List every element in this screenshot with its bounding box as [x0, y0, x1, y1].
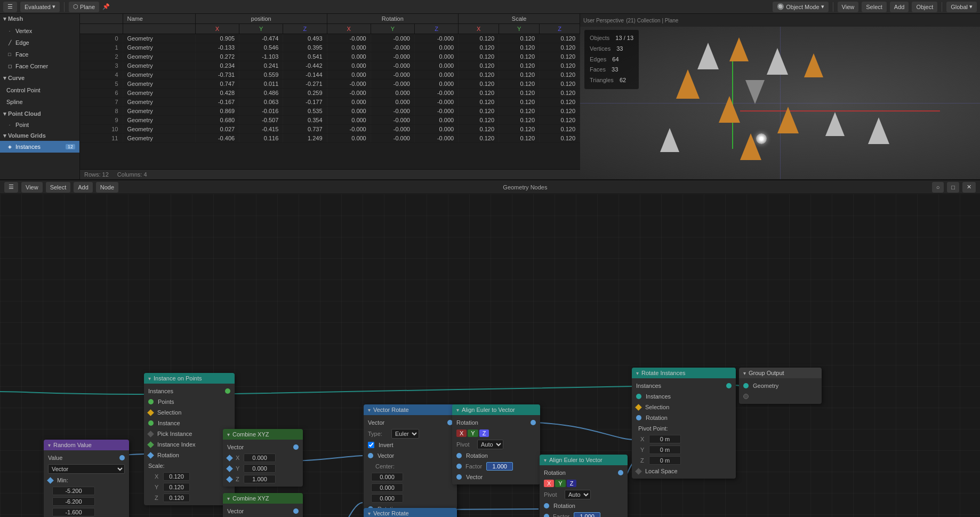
node-instance-on-points-header[interactable]: ▾ Instance on Points — [144, 373, 235, 384]
node-view-btn[interactable]: View — [21, 182, 43, 193]
z-btn-a2[interactable]: Z — [567, 480, 577, 487]
node-vector-rotate-2[interactable]: ▾ Vector Rotate Vector Type: Euler — [364, 508, 457, 517]
node-row-xyz-a2: X Y Z — [540, 478, 628, 489]
mesh-section[interactable]: ▾ Mesh — [0, 14, 79, 24]
cell-sz: 0.120 — [540, 70, 580, 79]
node-align-euler-1-header[interactable]: ▾ Align Euler to Vector — [452, 404, 540, 415]
spreadsheet-scroll[interactable]: Name position Rotation Scale X Y Z X — [80, 14, 580, 169]
cell-name: Geometry — [123, 43, 195, 52]
separator — [64, 2, 65, 12]
node-node-btn[interactable]: Node — [96, 182, 118, 193]
node-add-btn[interactable]: Add — [74, 182, 93, 193]
center-y-r1[interactable]: 0.000 — [371, 483, 403, 492]
node-title: Group Output — [749, 370, 784, 376]
toolbar-menu-btn[interactable]: ☰ — [3, 2, 17, 12]
sidebar-item-spline[interactable]: Spline — [0, 96, 79, 108]
select-menu[interactable]: Select — [862, 2, 887, 12]
factor-val-a2[interactable]: 1.000 — [574, 512, 600, 517]
sidebar-item-face[interactable]: □ Face — [0, 49, 79, 60]
node-rotate-instances-header[interactable]: ▾ Rotate Instances — [632, 368, 736, 378]
view-menu[interactable]: View — [838, 2, 859, 12]
node-random-value[interactable]: ▾ Random Value Value Vector — [44, 440, 129, 517]
socket-x — [226, 455, 233, 462]
scale-z[interactable]: 0.120 — [163, 494, 190, 502]
min-y[interactable]: -6.200 — [52, 497, 95, 506]
node-combine-xyz-2[interactable]: ▾ Combine XYZ Vector X 1.000 Y — [223, 493, 303, 517]
pivot-x[interactable]: 0 m — [649, 435, 681, 443]
min-x[interactable]: -5.200 — [52, 487, 95, 495]
node-group-output[interactable]: ▾ Group Output Geometry — [739, 368, 822, 404]
node-overlay-btn[interactable]: □ — [947, 182, 959, 193]
x-btn-a1[interactable]: X — [456, 429, 467, 437]
node-rotate-instances[interactable]: ▾ Rotate Instances Instances Instances S… — [632, 368, 736, 479]
x-btn-a2[interactable]: X — [544, 480, 554, 487]
pivot-z[interactable]: 0 m — [649, 456, 681, 465]
sidebar-item-control-point[interactable]: Control Point — [0, 84, 79, 96]
cell-sy: 0.120 — [499, 70, 540, 79]
scale-y[interactable]: 0.120 — [163, 483, 190, 491]
sidebar-item-face-corner[interactable]: ◻ Face Corner — [0, 60, 79, 72]
center-x-r1[interactable]: 0.000 — [371, 473, 403, 481]
node-align-euler-2-header[interactable]: ▾ Align Euler to Vector — [540, 455, 628, 465]
node-combine-xyz-1-header[interactable]: ▾ Combine XYZ — [223, 429, 303, 440]
z-val[interactable]: 1.000 — [244, 475, 276, 483]
curve-items: Control Point Spline — [0, 83, 79, 109]
node-row-pick-instance: Pick Instance — [144, 428, 235, 439]
node-vector-rotate-1[interactable]: ▾ Vector Rotate Vector Type: Euler — [364, 404, 457, 516]
node-editor-menu[interactable]: ☰ — [4, 182, 18, 193]
global-btn[interactable]: Global ▾ — [946, 2, 977, 12]
node-align-euler-1[interactable]: ▾ Align Euler to Vector Rotation X Y Z — [452, 404, 540, 484]
center-z-r1[interactable]: 0.000 — [371, 494, 403, 503]
scale-x[interactable]: 0.120 — [163, 472, 190, 481]
node-align-euler-2[interactable]: ▾ Align Euler to Vector Rotation X Y Z — [540, 455, 628, 517]
object-mode-btn[interactable]: 🔘 Object Mode ▾ — [773, 2, 828, 12]
node-vector-rotate-2-header[interactable]: ▾ Vector Rotate — [364, 508, 457, 517]
plane-btn[interactable]: ⬡ Plane — [69, 2, 99, 12]
cell-pz: -0.144 — [283, 70, 327, 79]
pivot-y[interactable]: 0 m — [649, 446, 681, 454]
z-btn-a1[interactable]: Z — [479, 429, 489, 437]
node-group-output-header[interactable]: ▾ Group Output — [739, 368, 822, 378]
sidebar-item-edge[interactable]: ╱ Edge — [0, 37, 79, 49]
node-combine-xyz-2-header[interactable]: ▾ Combine XYZ — [223, 493, 303, 504]
cell-px: -0.167 — [195, 98, 239, 107]
node-select-btn[interactable]: Select — [46, 182, 71, 193]
evaluated-dropdown[interactable]: Evaluated ▾ — [20, 2, 60, 12]
node-row-factor-a1: Factor 1.000 — [452, 461, 540, 472]
cell-pz: 0.354 — [283, 116, 327, 125]
node-vector-rotate-1-header[interactable]: ▾ Vector Rotate — [364, 404, 457, 415]
node-title: Vector Rotate — [373, 407, 409, 413]
sidebar-item-instances[interactable]: ◈ Instances 12 — [0, 141, 79, 153]
node-random-value-header[interactable]: ▾ Random Value — [44, 440, 129, 450]
cell-rz: 0.000 — [414, 70, 458, 79]
node-row-rotation: Rotation — [144, 450, 235, 460]
cell-idx: 8 — [80, 107, 123, 116]
pivot-select-a2[interactable]: Auto — [565, 490, 591, 499]
cell-idx: 0 — [80, 34, 123, 43]
viewport-3d[interactable]: User Perspective (21) Collection | Plane — [580, 14, 980, 179]
node-close-btn[interactable]: ✕ — [962, 182, 976, 193]
y-val[interactable]: 0.000 — [244, 464, 276, 473]
min-z[interactable]: -1.600 — [52, 508, 95, 516]
node-material-btn[interactable]: ○ — [932, 182, 944, 193]
y-btn-a1[interactable]: Y — [468, 429, 478, 437]
sidebar-item-vertex[interactable]: · Vertex — [0, 25, 79, 37]
invert-check-r1[interactable] — [368, 442, 374, 448]
volume-section[interactable]: ▾ Volume Grids — [0, 131, 79, 141]
y-btn-a2[interactable]: Y — [555, 480, 565, 487]
point-cloud-section[interactable]: ▾ Point Cloud — [0, 109, 79, 119]
pivot-select-a1[interactable]: Auto — [477, 440, 503, 449]
object-menu[interactable]: Object — [912, 2, 937, 12]
factor-val-a1[interactable]: 1.000 — [486, 462, 513, 471]
node-instance-on-points[interactable]: ▾ Instance on Points Instances Points Se… — [144, 373, 235, 505]
add-menu[interactable]: Add — [890, 2, 909, 12]
node-combine-xyz-1[interactable]: ▾ Combine XYZ Vector X 0.000 Y — [223, 429, 303, 487]
type-select-r1[interactable]: Euler — [391, 429, 419, 439]
type-select[interactable]: Vector — [48, 464, 125, 474]
node-canvas[interactable]: ▾ Instance on Points Instances Points Se… — [0, 194, 980, 517]
node-row-vec-in-r1: Vector — [364, 450, 457, 461]
x-val[interactable]: 0.000 — [244, 454, 276, 462]
node-row-scale-z: Z 0.120 — [144, 492, 235, 503]
sidebar-item-point[interactable]: · Point — [0, 119, 79, 131]
curve-section[interactable]: ▾ Curve — [0, 73, 79, 83]
